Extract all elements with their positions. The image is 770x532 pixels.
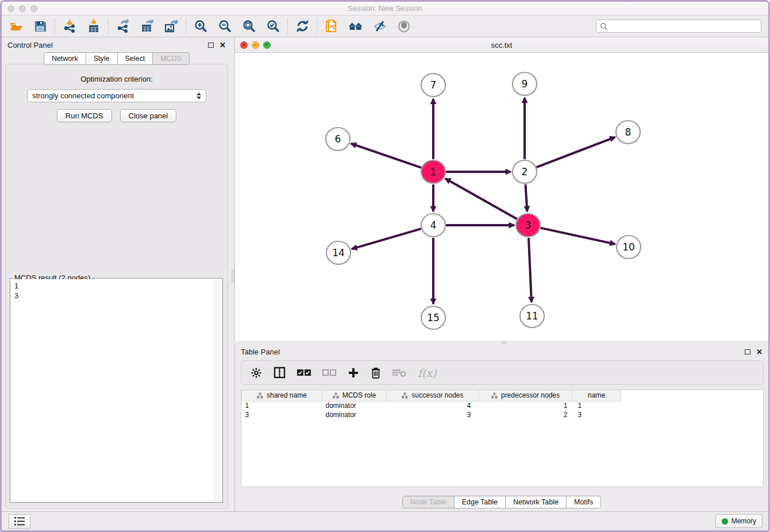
tab-network-table[interactable]: Network Table: [506, 496, 567, 508]
show-all-icon[interactable]: [396, 19, 411, 34]
graph-node-4[interactable]: 4: [421, 214, 445, 237]
graph-node-label: 1: [430, 166, 437, 178]
memory-button[interactable]: Memory: [715, 514, 763, 528]
graph-edge-1-6[interactable]: [351, 144, 421, 168]
graph-node-9[interactable]: 9: [513, 72, 537, 95]
table-toolbar: f(x): [241, 360, 764, 385]
cell-successor-nodes[interactable]: 4: [387, 401, 479, 410]
mcds-result-scrollbar[interactable]: [214, 279, 222, 502]
zoom-fit-icon[interactable]: [241, 19, 256, 34]
tab-select[interactable]: Select: [118, 52, 153, 65]
cell-mcds-role[interactable]: dominator: [322, 401, 387, 410]
close-panel-icon[interactable]: ✕: [220, 41, 226, 49]
home-layout-icon[interactable]: [348, 19, 363, 34]
network-canvas[interactable]: 7968124314101511: [235, 53, 768, 341]
clone-network-icon[interactable]: [324, 19, 339, 34]
cell-successor-nodes[interactable]: 3: [387, 410, 479, 419]
export-network-icon[interactable]: [116, 19, 130, 34]
show-column-panel-icon[interactable]: [274, 367, 286, 379]
table-settings-icon[interactable]: [251, 367, 262, 379]
column-header-successor-nodes[interactable]: successor nodes: [387, 390, 479, 401]
graph-node-15[interactable]: 15: [421, 306, 445, 329]
cell-predecessor-nodes[interactable]: 2: [479, 410, 572, 419]
mcds-result-text[interactable]: 1 3: [11, 279, 214, 502]
select-all-columns-icon[interactable]: [297, 369, 311, 376]
graph-edge-3-10[interactable]: [540, 228, 615, 244]
delete-table-icon[interactable]: [392, 368, 406, 377]
tab-style[interactable]: Style: [86, 52, 118, 65]
graph-node-label: 3: [525, 219, 532, 231]
search-field[interactable]: [596, 20, 761, 33]
close-panel-button[interactable]: Close panel: [120, 109, 177, 122]
save-session-icon[interactable]: [33, 19, 48, 34]
cell-shared-name[interactable]: 1: [242, 401, 322, 410]
control-panel: Control Panel ✕ Network Style Select MCD…: [2, 37, 232, 511]
create-column-icon[interactable]: [348, 367, 359, 379]
task-history-button[interactable]: [9, 514, 30, 529]
status-bar: Memory: [2, 511, 768, 530]
column-type-icon: [491, 392, 498, 399]
column-header-name[interactable]: name: [572, 390, 621, 401]
run-mcds-button[interactable]: Run MCDS: [57, 109, 112, 122]
criterion-select[interactable]: strongly connected component: [27, 89, 206, 102]
graph-node-1[interactable]: 1: [421, 160, 445, 183]
table-row[interactable]: 1 dominator 4 1 1: [242, 401, 621, 410]
delete-column-icon[interactable]: [371, 367, 381, 379]
table-row[interactable]: 3 dominator 3 2 3: [242, 410, 621, 419]
tab-edge-table[interactable]: Edge Table: [455, 496, 506, 508]
graph-node-8[interactable]: 8: [616, 121, 640, 144]
refresh-icon[interactable]: [295, 19, 310, 34]
export-image-icon[interactable]: [164, 19, 179, 34]
app-window: Session: New Session: [0, 0, 770, 532]
cell-shared-name[interactable]: 3: [242, 410, 322, 419]
function-builder-icon[interactable]: f(x): [418, 367, 437, 379]
graph-edge-3-11[interactable]: [529, 238, 532, 302]
graph-node-14[interactable]: 14: [326, 241, 351, 264]
search-input[interactable]: [611, 22, 757, 30]
tab-node-table[interactable]: Node Table: [402, 496, 455, 508]
cell-predecessor-nodes[interactable]: 1: [479, 401, 572, 410]
graph-node-10[interactable]: 10: [617, 236, 641, 259]
float-panel-icon[interactable]: [208, 43, 214, 48]
tab-mcds[interactable]: MCDS: [153, 52, 190, 65]
graph-edge-2-3[interactable]: [525, 184, 527, 211]
column-header-predecessor-nodes[interactable]: predecessor nodes: [479, 390, 572, 401]
table-panel: Table Panel ✕: [234, 344, 768, 511]
zoom-in-icon[interactable]: [193, 19, 208, 34]
table-panel-tabs: Node Table Edge Table Network Table Moti…: [235, 496, 768, 508]
mcds-result-box: MCDS result (2 nodes) 1 3: [10, 278, 223, 503]
optimization-criterion-label: Optimization criterion:: [6, 75, 228, 83]
graph-node-label: 11: [526, 310, 538, 322]
hide-selected-icon[interactable]: [372, 19, 387, 34]
zoom-selected-icon[interactable]: [265, 19, 280, 34]
export-table-icon[interactable]: [140, 19, 155, 34]
import-network-icon[interactable]: [62, 19, 77, 34]
graph-node-6[interactable]: 6: [326, 128, 350, 151]
graph-edge-4-14[interactable]: [352, 229, 421, 249]
column-header-shared-name[interactable]: shared name: [242, 390, 322, 401]
cell-mcds-role[interactable]: dominator: [322, 410, 387, 419]
splitter-grip[interactable]: [502, 341, 506, 344]
close-table-panel-icon[interactable]: ✕: [756, 348, 763, 356]
cell-name[interactable]: 1: [572, 401, 621, 410]
graph-edge-3-1[interactable]: [445, 179, 517, 219]
graph-node-7[interactable]: 7: [421, 74, 445, 97]
graph-node-label: 14: [332, 247, 345, 259]
control-panel-title: Control Panel: [7, 41, 53, 49]
tab-motifs[interactable]: Motifs: [567, 496, 601, 508]
tab-network[interactable]: Network: [44, 52, 86, 65]
float-table-panel-icon[interactable]: [745, 349, 750, 354]
graph-node-3[interactable]: 3: [516, 214, 540, 237]
mcds-result-line: 1: [14, 281, 210, 291]
column-header-mcds-role[interactable]: MCDS role: [322, 390, 387, 401]
graph-edge-2-8[interactable]: [537, 137, 615, 168]
deselect-all-columns-icon[interactable]: [322, 369, 336, 376]
graph-node-11[interactable]: 11: [520, 304, 544, 327]
import-table-icon[interactable]: [86, 19, 101, 34]
graph-node-2[interactable]: 2: [513, 160, 537, 183]
table-panel-title: Table Panel: [241, 348, 280, 356]
graph-node-label: 8: [625, 126, 632, 138]
cell-name[interactable]: 3: [572, 410, 621, 419]
zoom-out-icon[interactable]: [217, 19, 232, 34]
open-file-icon[interactable]: [9, 19, 24, 34]
